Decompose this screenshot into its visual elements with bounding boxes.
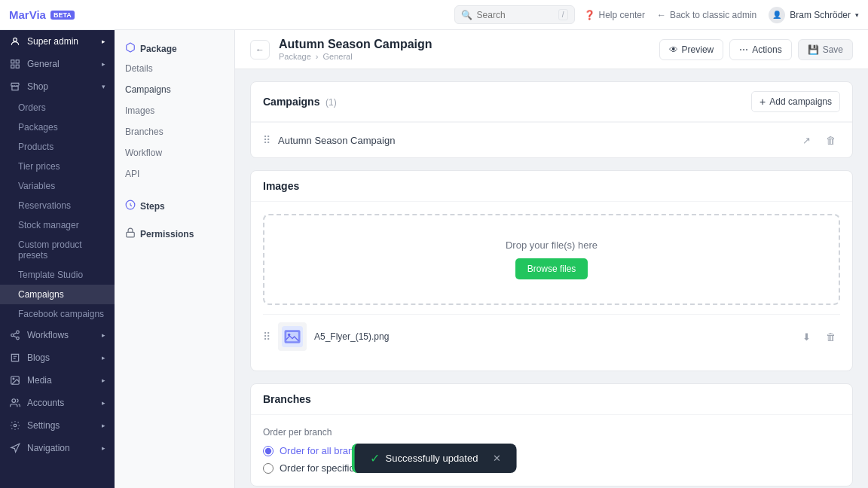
radio-all-branches[interactable]: Order for all branches [263, 445, 840, 456]
preview-button[interactable]: 👁 Preview [659, 39, 724, 60]
logo-text: MarVia [9, 8, 46, 21]
image-drag-handle-icon[interactable]: ⠿ [263, 331, 270, 343]
svg-rect-17 [286, 332, 298, 341]
breadcrumb-package[interactable]: Package [279, 52, 311, 61]
workflows-icon [9, 329, 21, 341]
campaign-delete-button[interactable]: 🗑 [821, 130, 840, 150]
back-icon: ← [657, 10, 666, 20]
browse-files-button[interactable]: Browse files [515, 258, 588, 279]
radio-specific-branches[interactable]: Order for specific branches [263, 462, 840, 474]
page-header-info: Autumn Season Campaign Package › General [279, 38, 650, 61]
shop-chevron-icon: ▾ [102, 83, 105, 90]
sec-nav-branches[interactable]: Branches [115, 121, 234, 142]
sidebar-item-workflows[interactable]: Workflows ▸ [0, 324, 115, 346]
general-icon [9, 58, 21, 70]
sidebar-item-blogs[interactable]: Blogs ▸ [0, 346, 115, 369]
dropzone[interactable]: Drop your file(s) here Browse files [263, 214, 840, 305]
sidebar-item-reservations[interactable]: Reservations [0, 196, 115, 215]
sidebar-item-accounts[interactable]: Accounts ▸ [0, 392, 115, 414]
sec-nav-workflow[interactable]: Workflow [115, 142, 234, 163]
page-title: Autumn Season Campaign [279, 38, 650, 51]
sidebar-item-navigation[interactable]: Navigation ▸ [0, 437, 115, 459]
toast-close-button[interactable]: ✕ [493, 453, 501, 464]
sidebar-item-template-studio[interactable]: Template Studio [0, 265, 115, 285]
super-admin-chevron-icon: ▸ [102, 38, 105, 45]
images-section-content: Drop your file(s) here Browse files ⠿ [251, 202, 852, 371]
main-content: ← Autumn Season Campaign Package › Gener… [235, 30, 868, 488]
shop-icon [9, 81, 21, 93]
sidebar-item-packages[interactable]: Packages [0, 117, 115, 137]
svg-rect-2 [16, 60, 19, 63]
svg-point-5 [17, 331, 20, 334]
sidebar-item-products[interactable]: Products [0, 137, 115, 157]
branches-section-header: Branches [251, 384, 852, 415]
sidebar-item-shop[interactable]: Shop ▾ [0, 75, 115, 98]
user-menu[interactable]: 👤 Bram Schröder ▾ [769, 7, 859, 23]
sec-nav-api[interactable]: API [115, 163, 234, 185]
accounts-chevron-icon: ▸ [102, 399, 105, 407]
steps-nav-group: Steps [115, 194, 234, 215]
blogs-icon [9, 352, 21, 364]
sidebar-item-media[interactable]: Media ▸ [0, 369, 115, 392]
svg-rect-1 [11, 60, 14, 63]
svg-point-7 [17, 337, 20, 340]
image-row-actions: ⬇ 🗑 [796, 327, 840, 346]
breadcrumb-separator: › [316, 52, 319, 61]
sidebar-item-tier-prices[interactable]: Tier prices [0, 157, 115, 176]
sidebar-item-campaigns[interactable]: Campaigns [0, 285, 115, 304]
image-delete-button[interactable]: 🗑 [821, 327, 840, 346]
back-button[interactable]: ← [250, 40, 270, 59]
sec-nav-details[interactable]: Details [115, 58, 234, 79]
image-row: ⠿ A5_Flyer_(15).png [263, 314, 840, 358]
back-classic-link[interactable]: ← Back to classic admin [657, 10, 756, 20]
sec-nav-images[interactable]: Images [115, 100, 234, 121]
sidebar-item-super-admin[interactable]: Super admin ▸ [0, 30, 115, 53]
image-download-button[interactable]: ⬇ [796, 327, 816, 346]
preview-icon: 👁 [669, 44, 678, 55]
settings-icon [9, 419, 21, 432]
breadcrumb-general[interactable]: General [322, 52, 352, 61]
help-center-link[interactable]: ❓ Help center [584, 10, 645, 20]
search-shortcut: / [558, 9, 568, 20]
back-arrow-icon: ← [255, 44, 264, 55]
svg-marker-12 [11, 444, 20, 452]
download-icon: ⬇ [802, 331, 811, 343]
sidebar-item-settings[interactable]: Settings ▸ [0, 414, 115, 437]
sidebar-item-variables[interactable]: Variables [0, 176, 115, 196]
sidebar-item-stock-manager[interactable]: Stock manager [0, 215, 115, 235]
campaign-external-link-button[interactable]: ↗ [796, 130, 816, 150]
sidebar-item-orders[interactable]: Orders [0, 98, 115, 117]
svg-rect-4 [11, 65, 14, 68]
check-circle-icon: ✓ [370, 451, 380, 465]
sidebar-item-general[interactable]: General ▸ [0, 53, 115, 75]
secondary-sidebar: Package Details Campaigns Images Branche… [115, 30, 235, 488]
sidebar-item-facebook-campaigns[interactable]: Facebook campaigns [0, 304, 115, 324]
plus-icon: + [760, 96, 766, 108]
campaigns-title-group: Campaigns (1) [263, 96, 337, 108]
avatar: 👤 [769, 7, 785, 23]
logo: MarVia BETA [9, 8, 75, 21]
media-chevron-icon: ▸ [102, 377, 105, 384]
image-trash-icon: 🗑 [826, 331, 836, 343]
sidebar-item-custom-presets[interactable]: Custom product presets [0, 235, 115, 265]
branches-radio-group: Order for all branches Order for specifi… [263, 445, 840, 474]
images-section: Images Drop your file(s) here Browse fil… [250, 170, 853, 371]
package-nav-group: Package [115, 36, 234, 58]
topbar-actions: ❓ Help center ← Back to classic admin 👤 … [584, 7, 859, 23]
actions-button[interactable]: ⋯ Actions [729, 39, 791, 60]
more-icon: ⋯ [739, 44, 748, 55]
search-input[interactable] [477, 10, 554, 20]
navigation-icon [9, 442, 21, 454]
add-campaigns-button[interactable]: + Add campaigns [751, 91, 840, 112]
search-bar[interactable]: 🔍 / [454, 5, 575, 24]
package-icon [125, 42, 136, 55]
breadcrumb: Package › General [279, 52, 650, 61]
toast-notification: ✓ Successfully updated ✕ [352, 444, 517, 473]
external-link-icon: ↗ [802, 135, 811, 146]
user-chevron-icon: ▾ [855, 11, 859, 19]
svg-rect-3 [16, 65, 19, 68]
save-button[interactable]: 💾 Save [798, 39, 853, 60]
sec-nav-campaigns[interactable]: Campaigns [115, 79, 234, 100]
super-admin-icon [9, 35, 21, 47]
drag-handle-icon[interactable]: ⠿ [263, 134, 270, 146]
